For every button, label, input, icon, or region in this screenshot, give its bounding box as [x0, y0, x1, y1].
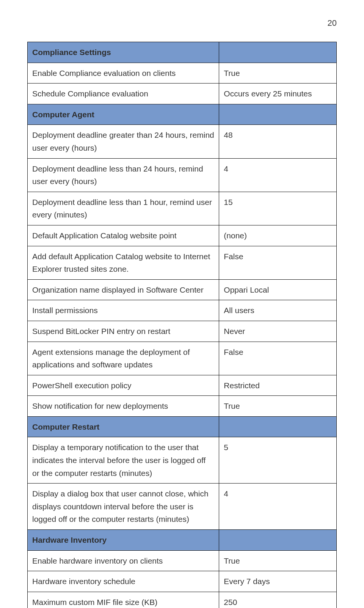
table-row: Add default Application Catalog website … [28, 246, 337, 279]
table-row: Enable hardware inventory on clientsTrue [28, 550, 337, 571]
table-row: Install permissionsAll users [28, 300, 337, 321]
table-row: Display a dialog box that user cannot cl… [28, 484, 337, 530]
table-row: Deployment deadline less than 1 hour, re… [28, 192, 337, 225]
setting-value: Occurs every 25 minutes [219, 83, 337, 104]
settings-table: Compliance SettingsEnable Compliance eva… [27, 42, 337, 608]
setting-value: 4 [219, 484, 337, 530]
table-row: Enable Compliance evaluation on clientsT… [28, 63, 337, 83]
table-row: PowerShell execution policyRestricted [28, 375, 337, 396]
setting-label: Hardware inventory schedule [28, 571, 219, 592]
setting-label: Display a temporary notification to the … [28, 437, 219, 484]
table-row: Default Application Catalog website poin… [28, 225, 337, 246]
setting-label: Suspend BitLocker PIN entry on restart [28, 321, 219, 342]
setting-label: PowerShell execution policy [28, 375, 219, 396]
table-row: Deployment deadline greater than 24 hour… [28, 125, 337, 158]
setting-label: Deployment deadline greater than 24 hour… [28, 125, 219, 158]
setting-label: Show notification for new deployments [28, 396, 219, 417]
setting-value: True [219, 550, 337, 571]
setting-value: False [219, 342, 337, 375]
table-row: Schedule Compliance evaluationOccurs eve… [28, 83, 337, 104]
table-row: Organization name displayed in Software … [28, 279, 337, 300]
setting-value: Restricted [219, 375, 337, 396]
section-value-blank [219, 530, 337, 551]
document-page: 20 Compliance SettingsEnable Compliance … [0, 0, 364, 608]
setting-label: Install permissions [28, 300, 219, 321]
table-row: Maximum custom MIF file size (KB)250 [28, 592, 337, 608]
setting-value: True [219, 63, 337, 83]
setting-label: Enable hardware inventory on clients [28, 550, 219, 571]
section-header-row: Hardware Inventory [28, 530, 337, 551]
setting-value: 250 [219, 592, 337, 608]
table-row: Hardware inventory scheduleEvery 7 days [28, 571, 337, 592]
setting-value: Never [219, 321, 337, 342]
setting-label: Enable Compliance evaluation on clients [28, 63, 219, 83]
section-header-row: Computer Restart [28, 416, 337, 437]
section-value-blank [219, 104, 337, 125]
setting-value: All users [219, 300, 337, 321]
section-header-row: Compliance Settings [28, 42, 337, 63]
setting-label: Add default Application Catalog website … [28, 246, 219, 279]
table-row: Deployment deadline less than 24 hours, … [28, 158, 337, 192]
table-row: Display a temporary notification to the … [28, 437, 337, 484]
section-title: Compliance Settings [28, 42, 219, 63]
setting-value: 48 [219, 125, 337, 158]
table-row: Agent extensions manage the deployment o… [28, 342, 337, 375]
section-value-blank [219, 416, 337, 437]
setting-label: Deployment deadline less than 1 hour, re… [28, 192, 219, 225]
setting-label: Schedule Compliance evaluation [28, 83, 219, 104]
setting-value: (none) [219, 225, 337, 246]
section-title: Computer Agent [28, 104, 219, 125]
setting-value: 5 [219, 437, 337, 484]
page-number: 20 [27, 18, 337, 28]
section-title: Computer Restart [28, 416, 219, 437]
setting-label: Maximum custom MIF file size (KB) [28, 592, 219, 608]
setting-label: Deployment deadline less than 24 hours, … [28, 158, 219, 192]
table-row: Suspend BitLocker PIN entry on restartNe… [28, 321, 337, 342]
section-title: Hardware Inventory [28, 530, 219, 551]
section-header-row: Computer Agent [28, 104, 337, 125]
setting-label: Agent extensions manage the deployment o… [28, 342, 219, 375]
table-row: Show notification for new deploymentsTru… [28, 396, 337, 417]
setting-label: Organization name displayed in Software … [28, 279, 219, 300]
setting-value: Oppari Local [219, 279, 337, 300]
setting-value: False [219, 246, 337, 279]
setting-value: 15 [219, 192, 337, 225]
setting-value: True [219, 396, 337, 417]
setting-label: Display a dialog box that user cannot cl… [28, 484, 219, 530]
section-value-blank [219, 42, 337, 63]
setting-label: Default Application Catalog website poin… [28, 225, 219, 246]
setting-value: Every 7 days [219, 571, 337, 592]
setting-value: 4 [219, 158, 337, 192]
